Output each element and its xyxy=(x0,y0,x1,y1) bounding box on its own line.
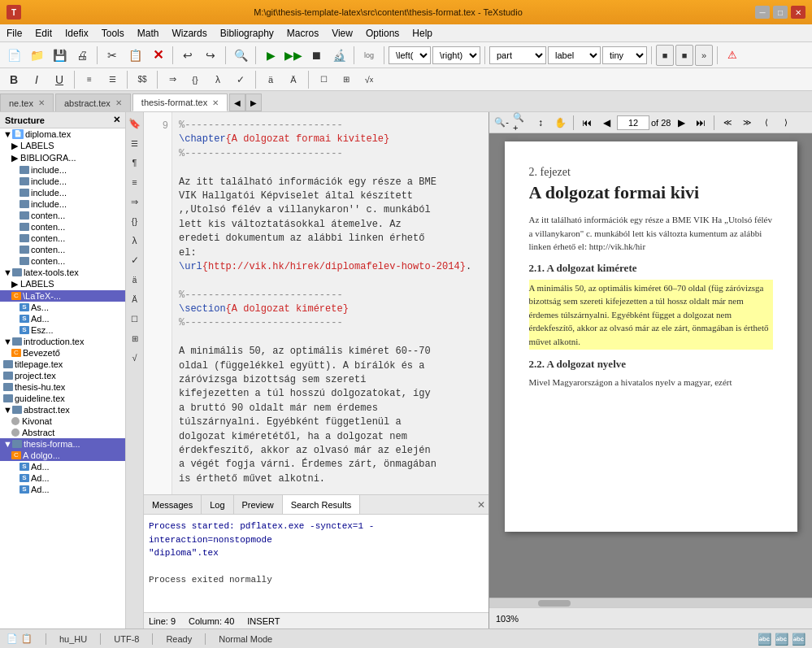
log-btn[interactable]: log xyxy=(358,45,380,66)
messages-close-button[interactable]: ✕ xyxy=(477,499,485,511)
menu-options[interactable]: Options xyxy=(359,24,406,41)
copy-button[interactable]: 📋 xyxy=(124,45,145,66)
pdf-scroll-thumb[interactable] xyxy=(538,600,571,607)
tree-item-latex-cmd[interactable]: C \LaTeX-... xyxy=(0,290,125,302)
tab-nav-right[interactable]: ▶ xyxy=(245,94,262,111)
align-btn[interactable]: ≡ xyxy=(79,69,100,90)
tree-item-bevezeto[interactable]: C Bevezető xyxy=(0,347,125,359)
statusbar-icon2[interactable]: 📋 xyxy=(21,633,33,644)
sqrt-btn[interactable]: √x xyxy=(358,69,380,90)
left-icon-curly[interactable]: {} xyxy=(127,213,143,229)
left-icon-special[interactable]: ä xyxy=(127,272,143,288)
statusbar-icon1[interactable]: 📄 xyxy=(7,633,18,644)
pdf-content[interactable]: 2. fejezet A dolgozat formai kivi Az itt… xyxy=(489,133,812,598)
open-button[interactable]: 📁 xyxy=(26,45,47,66)
tree-item-kivonat[interactable]: Kivonat xyxy=(0,415,125,427)
tree-item-include3[interactable]: include... xyxy=(0,187,125,198)
tree-item-latex-tools[interactable]: ▼ latex-tools.tex xyxy=(0,267,125,278)
structure-select[interactable]: part xyxy=(489,46,546,64)
pdf-more-btn3[interactable]: ⟨ xyxy=(758,114,775,132)
size-select[interactable]: tiny xyxy=(602,46,647,64)
tree-item-esz[interactable]: S Esz... xyxy=(0,324,125,336)
tree-item-conten3[interactable]: conten... xyxy=(0,233,125,244)
pdf-zoom-out[interactable]: 🔍- xyxy=(493,114,510,132)
statusbar-icon-a[interactable]: 🔤 xyxy=(758,633,771,646)
error-btn[interactable]: ⚠ xyxy=(722,45,743,66)
right-delimiter-select[interactable]: \right) xyxy=(432,46,480,64)
menu-tools[interactable]: Tools xyxy=(95,24,131,41)
editor-textarea[interactable]: %--------------------------- \chapter{A … xyxy=(172,112,489,494)
math-ss-btn[interactable]: $$ xyxy=(132,69,153,90)
statusbar-icon-b[interactable]: 🔤 xyxy=(775,633,788,646)
close-doc-button[interactable]: ✕ xyxy=(147,45,168,66)
left-icon-table[interactable]: ⊞ xyxy=(127,330,143,346)
italic-btn[interactable]: I xyxy=(26,69,47,90)
tree-item-ad1[interactable]: S Ad... xyxy=(0,313,125,324)
left-icon-bookmark[interactable]: 🔖 xyxy=(127,115,143,132)
statusbar-icon-c[interactable]: 🔤 xyxy=(792,633,805,646)
menu-edit[interactable]: Edit xyxy=(28,24,59,41)
pdf-page-input[interactable] xyxy=(617,115,649,130)
left-icon-block[interactable]: ☐ xyxy=(127,311,143,327)
tab-thesis-format-tex-close[interactable]: ✕ xyxy=(212,98,219,107)
msg-tab-search-results[interactable]: Search Results xyxy=(283,495,361,514)
preview-button[interactable]: 🔬 xyxy=(328,45,350,66)
tree-item-guideline[interactable]: guideline.tex xyxy=(0,393,125,404)
left-icon-list[interactable]: ☰ xyxy=(127,135,143,151)
left-icon-paragraph[interactable]: ¶ xyxy=(127,154,143,171)
check-btn[interactable]: ✓ xyxy=(230,69,251,90)
pdf-first-page[interactable]: ⏮ xyxy=(578,114,596,132)
tab-abstract-tex-close[interactable]: ✕ xyxy=(115,98,122,107)
tree-item-conten5[interactable]: conten... xyxy=(0,255,125,267)
menu-idefix[interactable]: Idefix xyxy=(59,24,95,41)
undo-button[interactable]: ↩ xyxy=(177,45,198,66)
compile-button[interactable]: ▶ xyxy=(260,45,281,66)
tree-item-labels1[interactable]: ▶ LABELS xyxy=(0,140,125,152)
tree-item-conten2[interactable]: conten... xyxy=(0,221,125,233)
run-button[interactable]: ▶▶ xyxy=(283,45,304,66)
tree-item-thesis-forma[interactable]: ▼ thesis-forma... xyxy=(0,438,125,450)
col-btn1[interactable]: ■ xyxy=(656,45,674,66)
msg-tab-messages[interactable]: Messages xyxy=(144,495,202,514)
tree-item-labels2[interactable]: ▶ LABELS xyxy=(0,278,125,290)
tree-item-bibliography[interactable]: ▶ BIBLIOGRA... xyxy=(0,152,125,164)
menu-macros[interactable]: Macros xyxy=(280,24,325,41)
tree-item-as[interactable]: S As... xyxy=(0,302,125,313)
pdf-hand[interactable]: ✋ xyxy=(551,114,569,132)
msg-tab-log[interactable]: Log xyxy=(202,495,233,514)
pdf-zoom-in[interactable]: 🔍+ xyxy=(512,114,530,132)
tree-item-introduction[interactable]: ▼ introduction.tex xyxy=(0,336,125,347)
pdf-more-btn2[interactable]: ≫ xyxy=(738,114,756,132)
arrow-btn[interactable]: ⇒ xyxy=(162,69,183,90)
left-icon-arrow-r[interactable]: ⇒ xyxy=(127,194,143,210)
special-char2[interactable]: Ä xyxy=(283,69,304,90)
underline-btn[interactable]: U xyxy=(49,69,70,90)
tree-item-a-dolgo[interactable]: C A dolgo... xyxy=(0,450,125,461)
msg-tab-preview[interactable]: Preview xyxy=(234,495,283,514)
minimize-button[interactable]: ─ xyxy=(755,6,770,19)
menu-bibliography[interactable]: Bibliography xyxy=(214,24,280,41)
tab-ne-tex[interactable]: ne.tex ✕ xyxy=(0,94,54,111)
pdf-more-btn4[interactable]: ⟩ xyxy=(777,114,795,132)
close-button[interactable]: ✕ xyxy=(791,6,805,19)
pdf-scrollbar-horizontal[interactable] xyxy=(489,598,812,607)
list-btn[interactable]: ☰ xyxy=(102,69,123,90)
print-button[interactable]: 🖨 xyxy=(72,45,93,66)
left-icon-lambda[interactable]: λ xyxy=(127,233,143,249)
table-btn[interactable]: ⊞ xyxy=(336,69,357,90)
tree-item-ad4[interactable]: S Ad... xyxy=(0,484,125,495)
menu-math[interactable]: Math xyxy=(131,24,166,41)
tree-item-ad3[interactable]: S Ad... xyxy=(0,472,125,484)
tree-item-ad2[interactable]: S Ad... xyxy=(0,461,125,472)
tree-item-thesis-hu[interactable]: thesis-hu.tex xyxy=(0,381,125,393)
lambda-btn[interactable]: λ xyxy=(207,69,228,90)
find-button[interactable]: 🔍 xyxy=(230,45,251,66)
redo-button[interactable]: ↪ xyxy=(200,45,221,66)
menu-file[interactable]: File xyxy=(0,24,28,41)
tab-thesis-format-tex[interactable]: thesis-format.tex ✕ xyxy=(132,94,228,111)
tree-item-conten1[interactable]: conten... xyxy=(0,210,125,221)
tree-item-include4[interactable]: include... xyxy=(0,198,125,210)
tree-item-include1[interactable]: include... xyxy=(0,164,125,176)
pdf-last-page[interactable]: ⏭ xyxy=(692,114,710,132)
tree-item-project[interactable]: project.tex xyxy=(0,370,125,381)
